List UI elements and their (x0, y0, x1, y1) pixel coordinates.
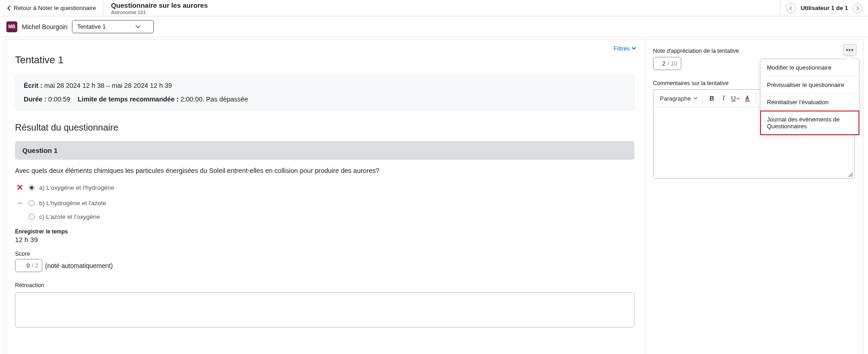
user-name: Michel Bourgoin (22, 23, 67, 30)
paragraph-style-select[interactable]: Paragraphe (660, 93, 700, 104)
menu-reset-evaluation[interactable]: Réinitialiser l'évaluation (761, 94, 859, 111)
left-col: Filtres Tentative 1 Écrit : mai 28 2024 … (5, 40, 644, 354)
main: Filtres Tentative 1 Écrit : mai 28 2024 … (5, 39, 863, 354)
resize-handle-icon[interactable] (847, 171, 853, 177)
question-text: Avec quels deux éléments chimiques les p… (15, 167, 634, 174)
svg-rect-0 (745, 101, 750, 101)
menu-modify-quiz[interactable]: Modifier le questionnaire (761, 59, 859, 76)
save-time-label: Enregistrer le temps (15, 228, 634, 235)
back-link-label: Retour à Noter le questionnaire (14, 5, 96, 11)
option-text: a) L'oxygène et l'hydrogène (39, 184, 114, 191)
attempt-select[interactable]: Tentative 1 (72, 20, 154, 33)
save-time-value: 12 h 39 (15, 236, 634, 243)
option-text: b) L'hydrogène et l'azote (39, 200, 106, 207)
feedback-box[interactable] (15, 292, 634, 328)
right-col: ••• Modifier le questionnaire Prévisuali… (644, 40, 863, 354)
chevron-left-icon (789, 6, 793, 10)
user-count: Utilisateur 1 de 1 (801, 5, 848, 11)
feedback-label: Rétroaction (15, 282, 634, 288)
chevron-down-icon (632, 47, 636, 50)
quiz-title-block: Questionnaire sur les aurores Astronomie… (104, 0, 780, 16)
menu-preview-quiz[interactable]: Prévisualiser le questionnaire (761, 76, 859, 94)
user-nav: Utilisateur 1 de 1 (780, 0, 868, 16)
score-input[interactable]: 0 / 2 (15, 259, 42, 272)
attempt-written: Écrit : mai 28 2024 12 h 38 – mai 28 202… (24, 82, 626, 89)
next-user-button[interactable] (853, 3, 863, 13)
question-header: Question 1 (15, 141, 634, 160)
top-bar: Retour à Noter le questionnaire Question… (0, 0, 868, 16)
more-actions-menu: Modifier le questionnaire Prévisualiser … (760, 59, 859, 135)
text-color-button[interactable] (742, 93, 753, 104)
option-row: → b) L'hydrogène et l'azote (15, 199, 634, 207)
radio-unselected (29, 200, 35, 206)
text-color-icon (744, 95, 751, 102)
score-row: 0 / 2 (noté automatiquement) (15, 259, 634, 272)
option-row: c) L'azote et l'oxygène (15, 213, 634, 220)
auto-note: (noté automatiquement) (45, 262, 113, 269)
menu-quiz-event-log[interactable]: Journal des événements de Questionnaires (761, 111, 859, 135)
result-heading: Résultat du questionnaire (15, 122, 634, 133)
grade-input[interactable]: 2 / 10 (653, 57, 681, 70)
radio-selected (29, 185, 35, 191)
sub-bar: MB Michel Bourgoin Tentative 1 (0, 16, 868, 37)
option-row: ✕ a) L'oxygène et l'hydrogène (15, 182, 634, 192)
score-label: Score (15, 251, 634, 257)
underline-button[interactable]: U (730, 93, 741, 104)
avatar: MB (6, 21, 17, 32)
filters-label: Filtres (614, 45, 630, 52)
radio-unselected (29, 214, 35, 220)
more-actions-button[interactable]: ••• (843, 44, 857, 56)
chevron-down-icon (135, 25, 141, 29)
attempt-heading: Tentative 1 (15, 54, 634, 66)
filters-link[interactable]: Filtres (614, 45, 636, 52)
chevron-down-icon (694, 97, 698, 100)
italic-button[interactable]: I (718, 93, 729, 104)
attempt-duration: Durée : 0:00:59 Limite de temps recomman… (24, 96, 626, 103)
back-link[interactable]: Retour à Noter le questionnaire (0, 0, 104, 16)
incorrect-icon: ✕ (16, 182, 23, 192)
prev-user-button[interactable] (786, 3, 796, 13)
course-name: Astronomie 101 (111, 10, 773, 15)
chevron-left-icon (7, 5, 11, 11)
correct-answer-icon: → (16, 199, 23, 207)
attempt-info-box: Écrit : mai 28 2024 12 h 38 – mai 28 202… (15, 74, 634, 111)
bold-button[interactable]: B (706, 93, 717, 104)
option-text: c) L'azote et l'oxygène (39, 213, 100, 220)
attempt-select-value: Tentative 1 (77, 23, 106, 30)
quiz-title: Questionnaire sur les aurores (111, 2, 773, 10)
chevron-right-icon (856, 6, 859, 10)
grade-label: Note d'appréciation de la tentative (653, 48, 855, 54)
